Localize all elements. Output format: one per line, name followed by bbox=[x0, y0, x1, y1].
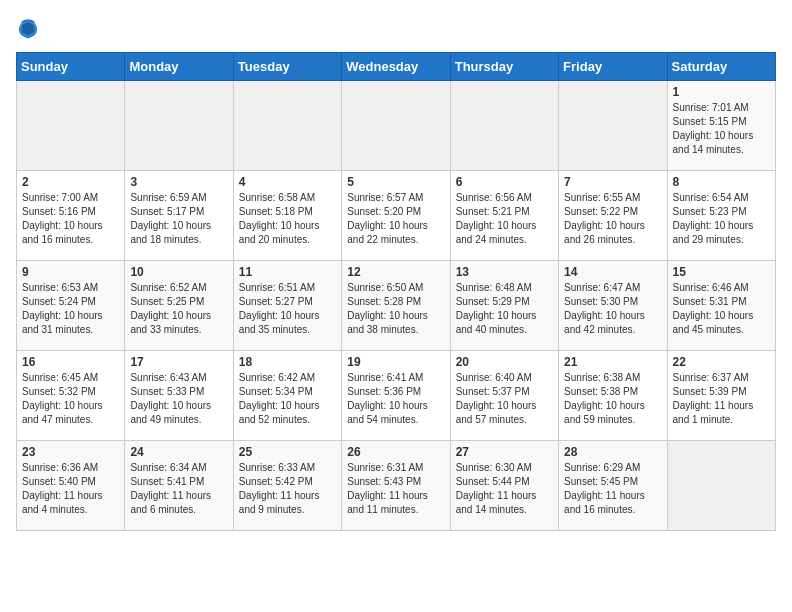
calendar-cell: 15Sunrise: 6:46 AM Sunset: 5:31 PM Dayli… bbox=[667, 261, 775, 351]
day-info: Sunrise: 6:37 AM Sunset: 5:39 PM Dayligh… bbox=[673, 371, 770, 427]
calendar-cell: 4Sunrise: 6:58 AM Sunset: 5:18 PM Daylig… bbox=[233, 171, 341, 261]
day-info: Sunrise: 6:38 AM Sunset: 5:38 PM Dayligh… bbox=[564, 371, 661, 427]
calendar-week-row: 2Sunrise: 7:00 AM Sunset: 5:16 PM Daylig… bbox=[17, 171, 776, 261]
calendar-cell: 7Sunrise: 6:55 AM Sunset: 5:22 PM Daylig… bbox=[559, 171, 667, 261]
calendar-cell: 17Sunrise: 6:43 AM Sunset: 5:33 PM Dayli… bbox=[125, 351, 233, 441]
calendar-cell bbox=[450, 81, 558, 171]
calendar-cell bbox=[233, 81, 341, 171]
day-number: 16 bbox=[22, 355, 119, 369]
day-number: 25 bbox=[239, 445, 336, 459]
calendar-cell: 25Sunrise: 6:33 AM Sunset: 5:42 PM Dayli… bbox=[233, 441, 341, 531]
day-info: Sunrise: 6:55 AM Sunset: 5:22 PM Dayligh… bbox=[564, 191, 661, 247]
day-number: 4 bbox=[239, 175, 336, 189]
calendar-table: SundayMondayTuesdayWednesdayThursdayFrid… bbox=[16, 52, 776, 531]
day-info: Sunrise: 6:34 AM Sunset: 5:41 PM Dayligh… bbox=[130, 461, 227, 517]
header-tuesday: Tuesday bbox=[233, 53, 341, 81]
calendar-cell: 28Sunrise: 6:29 AM Sunset: 5:45 PM Dayli… bbox=[559, 441, 667, 531]
calendar-cell bbox=[667, 441, 775, 531]
calendar-cell bbox=[559, 81, 667, 171]
day-info: Sunrise: 6:40 AM Sunset: 5:37 PM Dayligh… bbox=[456, 371, 553, 427]
day-info: Sunrise: 6:45 AM Sunset: 5:32 PM Dayligh… bbox=[22, 371, 119, 427]
calendar-cell: 1Sunrise: 7:01 AM Sunset: 5:15 PM Daylig… bbox=[667, 81, 775, 171]
calendar-cell: 21Sunrise: 6:38 AM Sunset: 5:38 PM Dayli… bbox=[559, 351, 667, 441]
day-number: 1 bbox=[673, 85, 770, 99]
day-number: 14 bbox=[564, 265, 661, 279]
calendar-header-row: SundayMondayTuesdayWednesdayThursdayFrid… bbox=[17, 53, 776, 81]
day-number: 15 bbox=[673, 265, 770, 279]
day-number: 8 bbox=[673, 175, 770, 189]
logo bbox=[16, 16, 44, 40]
calendar-cell: 20Sunrise: 6:40 AM Sunset: 5:37 PM Dayli… bbox=[450, 351, 558, 441]
calendar-cell: 13Sunrise: 6:48 AM Sunset: 5:29 PM Dayli… bbox=[450, 261, 558, 351]
day-info: Sunrise: 6:58 AM Sunset: 5:18 PM Dayligh… bbox=[239, 191, 336, 247]
day-number: 3 bbox=[130, 175, 227, 189]
day-number: 20 bbox=[456, 355, 553, 369]
day-number: 11 bbox=[239, 265, 336, 279]
day-info: Sunrise: 6:33 AM Sunset: 5:42 PM Dayligh… bbox=[239, 461, 336, 517]
calendar-cell bbox=[342, 81, 450, 171]
calendar-week-row: 1Sunrise: 7:01 AM Sunset: 5:15 PM Daylig… bbox=[17, 81, 776, 171]
day-info: Sunrise: 6:42 AM Sunset: 5:34 PM Dayligh… bbox=[239, 371, 336, 427]
header-wednesday: Wednesday bbox=[342, 53, 450, 81]
calendar-cell: 23Sunrise: 6:36 AM Sunset: 5:40 PM Dayli… bbox=[17, 441, 125, 531]
day-number: 7 bbox=[564, 175, 661, 189]
day-number: 22 bbox=[673, 355, 770, 369]
day-number: 24 bbox=[130, 445, 227, 459]
calendar-cell: 14Sunrise: 6:47 AM Sunset: 5:30 PM Dayli… bbox=[559, 261, 667, 351]
day-info: Sunrise: 6:46 AM Sunset: 5:31 PM Dayligh… bbox=[673, 281, 770, 337]
day-info: Sunrise: 6:51 AM Sunset: 5:27 PM Dayligh… bbox=[239, 281, 336, 337]
day-info: Sunrise: 6:52 AM Sunset: 5:25 PM Dayligh… bbox=[130, 281, 227, 337]
day-number: 13 bbox=[456, 265, 553, 279]
header-sunday: Sunday bbox=[17, 53, 125, 81]
day-info: Sunrise: 6:57 AM Sunset: 5:20 PM Dayligh… bbox=[347, 191, 444, 247]
calendar-cell: 27Sunrise: 6:30 AM Sunset: 5:44 PM Dayli… bbox=[450, 441, 558, 531]
header-thursday: Thursday bbox=[450, 53, 558, 81]
header-friday: Friday bbox=[559, 53, 667, 81]
header bbox=[16, 16, 776, 40]
calendar-week-row: 16Sunrise: 6:45 AM Sunset: 5:32 PM Dayli… bbox=[17, 351, 776, 441]
day-info: Sunrise: 6:56 AM Sunset: 5:21 PM Dayligh… bbox=[456, 191, 553, 247]
calendar-cell bbox=[125, 81, 233, 171]
day-info: Sunrise: 6:31 AM Sunset: 5:43 PM Dayligh… bbox=[347, 461, 444, 517]
calendar-cell: 22Sunrise: 6:37 AM Sunset: 5:39 PM Dayli… bbox=[667, 351, 775, 441]
header-saturday: Saturday bbox=[667, 53, 775, 81]
day-info: Sunrise: 6:41 AM Sunset: 5:36 PM Dayligh… bbox=[347, 371, 444, 427]
day-number: 27 bbox=[456, 445, 553, 459]
day-number: 12 bbox=[347, 265, 444, 279]
day-number: 21 bbox=[564, 355, 661, 369]
calendar-cell: 16Sunrise: 6:45 AM Sunset: 5:32 PM Dayli… bbox=[17, 351, 125, 441]
calendar-cell: 12Sunrise: 6:50 AM Sunset: 5:28 PM Dayli… bbox=[342, 261, 450, 351]
day-info: Sunrise: 7:00 AM Sunset: 5:16 PM Dayligh… bbox=[22, 191, 119, 247]
header-monday: Monday bbox=[125, 53, 233, 81]
day-number: 2 bbox=[22, 175, 119, 189]
calendar-week-row: 9Sunrise: 6:53 AM Sunset: 5:24 PM Daylig… bbox=[17, 261, 776, 351]
day-number: 28 bbox=[564, 445, 661, 459]
calendar-cell bbox=[17, 81, 125, 171]
calendar-cell: 6Sunrise: 6:56 AM Sunset: 5:21 PM Daylig… bbox=[450, 171, 558, 261]
day-number: 19 bbox=[347, 355, 444, 369]
calendar-cell: 24Sunrise: 6:34 AM Sunset: 5:41 PM Dayli… bbox=[125, 441, 233, 531]
day-info: Sunrise: 6:59 AM Sunset: 5:17 PM Dayligh… bbox=[130, 191, 227, 247]
calendar-cell: 2Sunrise: 7:00 AM Sunset: 5:16 PM Daylig… bbox=[17, 171, 125, 261]
calendar-cell: 8Sunrise: 6:54 AM Sunset: 5:23 PM Daylig… bbox=[667, 171, 775, 261]
day-info: Sunrise: 6:54 AM Sunset: 5:23 PM Dayligh… bbox=[673, 191, 770, 247]
calendar-cell: 19Sunrise: 6:41 AM Sunset: 5:36 PM Dayli… bbox=[342, 351, 450, 441]
calendar-week-row: 23Sunrise: 6:36 AM Sunset: 5:40 PM Dayli… bbox=[17, 441, 776, 531]
day-info: Sunrise: 6:43 AM Sunset: 5:33 PM Dayligh… bbox=[130, 371, 227, 427]
day-info: Sunrise: 6:47 AM Sunset: 5:30 PM Dayligh… bbox=[564, 281, 661, 337]
calendar-cell: 10Sunrise: 6:52 AM Sunset: 5:25 PM Dayli… bbox=[125, 261, 233, 351]
day-number: 10 bbox=[130, 265, 227, 279]
day-info: Sunrise: 6:50 AM Sunset: 5:28 PM Dayligh… bbox=[347, 281, 444, 337]
day-number: 9 bbox=[22, 265, 119, 279]
day-number: 26 bbox=[347, 445, 444, 459]
calendar-cell: 5Sunrise: 6:57 AM Sunset: 5:20 PM Daylig… bbox=[342, 171, 450, 261]
day-info: Sunrise: 6:30 AM Sunset: 5:44 PM Dayligh… bbox=[456, 461, 553, 517]
logo-icon bbox=[16, 16, 40, 40]
day-number: 18 bbox=[239, 355, 336, 369]
day-info: Sunrise: 6:36 AM Sunset: 5:40 PM Dayligh… bbox=[22, 461, 119, 517]
calendar-cell: 9Sunrise: 6:53 AM Sunset: 5:24 PM Daylig… bbox=[17, 261, 125, 351]
day-info: Sunrise: 6:29 AM Sunset: 5:45 PM Dayligh… bbox=[564, 461, 661, 517]
day-number: 6 bbox=[456, 175, 553, 189]
calendar-cell: 11Sunrise: 6:51 AM Sunset: 5:27 PM Dayli… bbox=[233, 261, 341, 351]
day-info: Sunrise: 6:53 AM Sunset: 5:24 PM Dayligh… bbox=[22, 281, 119, 337]
